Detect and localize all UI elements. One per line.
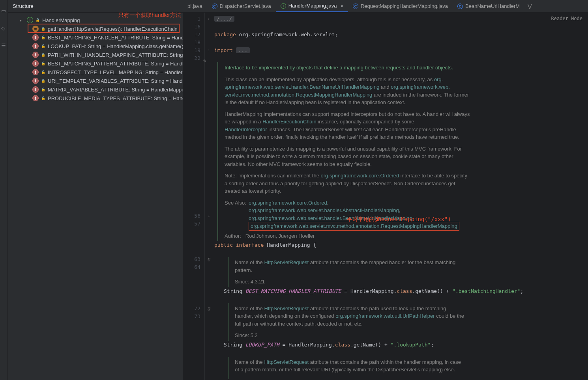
tabs-overflow[interactable]: ⋁ [524, 0, 535, 12]
see-link[interactable]: org.springframework.web.servlet.mvc.meth… [251, 223, 457, 229]
tab-pl[interactable]: pl.java [183, 0, 207, 12]
tree-item[interactable]: f🔒URI_TEMPLATE_VARIABLES_ATTRIBUTE: Stri… [8, 76, 183, 85]
annotation-text: 平时常用的@RequestMapping("/xxx") [347, 215, 451, 223]
lock-icon: 🔒 [36, 18, 40, 22]
javadoc-block: Name of the HttpServletRequest attribute… [228, 257, 457, 287]
lock-icon: 🔒 [41, 35, 45, 39]
tree-label: LOOKUP_PATH: String = HandlerMapping.cla… [48, 43, 183, 49]
class-icon: C [212, 4, 217, 9]
editor-body[interactable]: Reader Mode 11617181922 5657 6364 7273 ›… [183, 13, 588, 380]
rail-icon[interactable]: ☰ [1, 43, 7, 48]
fold-block[interactable]: ... [236, 47, 250, 53]
tree-label: INTROSPECT_TYPE_LEVEL_MAPPING: String = … [48, 69, 183, 75]
tab-beanname[interactable]: CBeanNameUrlHandlerM [453, 0, 524, 12]
tree-label: PRODUCIBLE_MEDIA_TYPES_ATTRIBUTE: String… [48, 95, 183, 101]
editor-area: pl.java CDispatcherServlet.java IHandler… [183, 0, 588, 380]
lock-icon: 🔒 [41, 61, 45, 65]
rail-icon[interactable]: ▭ [1, 8, 7, 13]
lock-icon: 🔒 [41, 96, 45, 100]
tree-item[interactable]: f🔒BEST_MATCHING_PATTERN_ATTRIBUTE: Strin… [8, 59, 183, 68]
close-icon[interactable]: × [341, 4, 343, 8]
pencil-icon[interactable]: ✎ [203, 57, 206, 65]
structure-panel: Structure 只有一个获取handler方法 ▾ I 🔒 HandlerM… [8, 0, 183, 380]
chevron-down-icon[interactable]: ▾ [20, 18, 24, 22]
field-icon: f [32, 52, 39, 58]
tree-item[interactable]: f🔒INTROSPECT_TYPE_LEVEL_MAPPING: String … [8, 68, 183, 76]
tree-label: HandlerMapping [42, 17, 80, 23]
field-icon: f [32, 43, 39, 49]
editor-tabs: pl.java CDispatcherServlet.java IHandler… [183, 0, 588, 13]
lock-icon: 🔒 [41, 27, 45, 31]
tree-item[interactable]: f🔒PATH_WITHIN_HANDLER_MAPPING_ATTRIBUTE:… [8, 50, 183, 59]
tab-handlermapping[interactable]: IHandlerMapping.java× [276, 0, 348, 12]
lock-icon: 🔒 [41, 44, 45, 48]
panel-title: Structure [8, 0, 183, 13]
see-link[interactable]: org.springframework.web.servlet.handler.… [249, 207, 399, 213]
structure-tree: ▾ I 🔒 HandlerMapping m 🔒 getHandler(Http… [8, 13, 183, 102]
interface-icon: I [281, 3, 286, 9]
lock-icon: 🔒 [41, 53, 45, 57]
fold-column: ›› ⇣ @ @ [205, 13, 213, 380]
tab-dispatcher[interactable]: CDispatcherServlet.java [207, 0, 276, 12]
fold-block[interactable]: /.../ [214, 16, 234, 22]
author-label: Author: [225, 233, 241, 239]
field-icon: f [32, 86, 39, 93]
class-icon: C [353, 4, 358, 9]
javadoc-block: Name of the HttpServletRequest attribute… [228, 303, 464, 341]
javadoc-block: Interface to be implemented by objects t… [217, 62, 470, 241]
tree-label: BEST_MATCHING_HANDLER_ATTRIBUTE: String … [48, 35, 183, 41]
interface-icon: I [27, 17, 33, 23]
lock-icon: 🔒 [41, 70, 45, 74]
rail-icon[interactable]: ◇ [1, 25, 7, 31]
code-area[interactable]: ✎ /.../ package org.springframework.web.… [213, 13, 588, 380]
javadoc-block: Name of the HttpServletRequest attribute… [228, 357, 464, 379]
class-icon: C [457, 4, 463, 9]
lock-icon: 🔒 [41, 79, 45, 83]
field-icon: f [32, 34, 39, 41]
tree-item[interactable]: f🔒PRODUCIBLE_MEDIA_TYPES_ATTRIBUTE: Stri… [8, 94, 183, 102]
tree-label: getHandler(HttpServletRequest): HandlerE… [48, 26, 178, 32]
tree-label: PATH_WITHIN_HANDLER_MAPPING_ATTRIBUTE: S… [48, 52, 183, 58]
see-link[interactable]: org.springframework.core.Ordered [249, 200, 327, 206]
tree-label: MATRIX_VARIABLES_ATTRIBUTE: String = Han… [48, 87, 183, 93]
tree-item[interactable]: f🔒MATRIX_VARIABLES_ATTRIBUTE: String = H… [8, 85, 183, 94]
fold-icon[interactable]: › [205, 47, 213, 54]
tree-label: BEST_MATCHING_PATTERN_ATTRIBUTE: String … [48, 61, 183, 67]
field-icon: f [32, 60, 39, 67]
field-icon: f [32, 95, 39, 101]
tree-item[interactable]: f🔒LOOKUP_PATH: String = HandlerMapping.c… [8, 42, 183, 50]
tree-label: URI_TEMPLATE_VARIABLES_ATTRIBUTE: String… [48, 78, 183, 84]
annotation-text: 只有一个获取handler方法 [118, 12, 181, 19]
lock-icon: 🔒 [41, 88, 45, 91]
tree-item[interactable]: m 🔒 getHandler(HttpServletRequest): Hand… [8, 24, 183, 33]
see-also-label: See Also: [225, 199, 246, 231]
field-icon: f [32, 78, 39, 84]
tree-item[interactable]: f🔒BEST_MATCHING_HANDLER_ATTRIBUTE: Strin… [8, 33, 183, 42]
field-icon: f [32, 69, 39, 75]
method-icon: m [32, 26, 39, 32]
tool-window-rail[interactable]: ▭ ◇ ☰ [0, 0, 8, 380]
fold-icon[interactable]: › [205, 15, 213, 23]
gutter: 11617181922 5657 6364 7273 [183, 13, 205, 380]
tab-requestmapping[interactable]: CRequestMappingHandlerMapping.java [348, 0, 453, 12]
